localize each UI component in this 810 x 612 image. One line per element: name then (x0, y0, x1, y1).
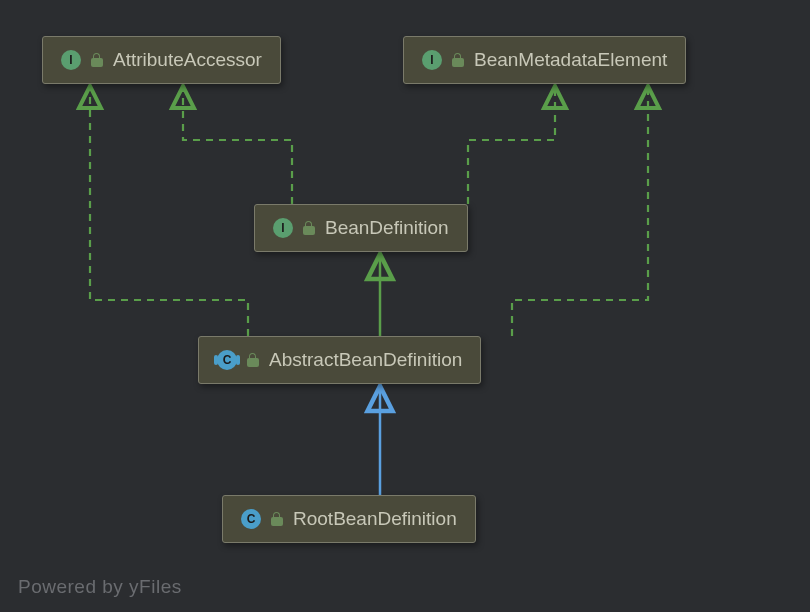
node-label: AbstractBeanDefinition (269, 349, 462, 371)
abstract-class-icon: C (217, 350, 237, 370)
node-root-bean-definition[interactable]: C RootBeanDefinition (222, 495, 476, 543)
lock-icon (303, 221, 315, 235)
node-attribute-accessor[interactable]: I AttributeAccessor (42, 36, 281, 84)
interface-icon: I (61, 50, 81, 70)
node-abstract-bean-definition[interactable]: C AbstractBeanDefinition (198, 336, 481, 384)
node-label: AttributeAccessor (113, 49, 262, 71)
diagram-canvas: I AttributeAccessor I BeanMetadataElemen… (0, 0, 810, 612)
lock-icon (91, 53, 103, 67)
edge-abstract-to-attracc (90, 86, 248, 336)
node-label: BeanMetadataElement (474, 49, 667, 71)
node-label: BeanDefinition (325, 217, 449, 239)
interface-icon: I (422, 50, 442, 70)
lock-icon (452, 53, 464, 67)
class-icon: C (241, 509, 261, 529)
lock-icon (271, 512, 283, 526)
node-label: RootBeanDefinition (293, 508, 457, 530)
footer-credit: Powered by yFiles (18, 576, 182, 598)
node-bean-metadata-element[interactable]: I BeanMetadataElement (403, 36, 686, 84)
interface-icon: I (273, 218, 293, 238)
edge-abstract-to-beanmeta (512, 86, 648, 336)
node-bean-definition[interactable]: I BeanDefinition (254, 204, 468, 252)
edge-beandef-to-beanmeta (468, 86, 555, 204)
edge-beandef-to-attracc (183, 86, 292, 204)
lock-icon (247, 353, 259, 367)
